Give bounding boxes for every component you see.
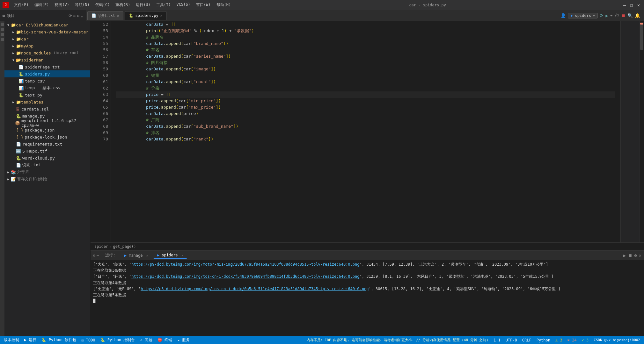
tree-item-requirements-txt[interactable]: 📄 requirements.txt — [4, 140, 90, 147]
code-editor[interactable]: 52 53 54 55 56 57 58 59 60 61 62 63 64 6… — [91, 21, 644, 242]
menu-run[interactable]: 运行(U) — [133, 2, 153, 8]
manage-tab-close[interactable]: ✕ — [146, 254, 148, 257]
bottom-collapse-btn[interactable]: × — [639, 253, 641, 258]
json-icon-package: { } — [16, 128, 23, 133]
status-todo[interactable]: ☑ TODO — [81, 338, 95, 342]
status-memory-warning[interactable]: 内存不足: IDE 内存不足, 这可能会影响性能. 请考虑增加更大小. // 分… — [307, 338, 488, 342]
tree-item-big-screen[interactable]: ▶ 📁 big-screen-vue-datav-master — [4, 28, 90, 35]
code-content[interactable]: carData = [] print("正在爬取第%d" % (index + … — [111, 21, 620, 242]
tree-item-spiderman[interactable]: ▼ 📂 spiderMan — [4, 56, 90, 63]
settings-icon[interactable]: ⚙ — [77, 13, 79, 18]
tree-item-text-py[interactable]: 🐍 text.py — [4, 91, 90, 98]
activity-bar-icon-2[interactable] — [1, 28, 4, 31]
notifications-button[interactable]: 🔔 — [635, 13, 640, 18]
activity-bar-icon-3[interactable] — [1, 33, 4, 36]
tree-item-spiderpage[interactable]: 📄 spiderPage.txt — [4, 63, 90, 70]
breadcrumb-get-page[interactable]: get_page() — [113, 244, 136, 249]
coverage-button[interactable]: ☂ — [610, 13, 613, 18]
maximize-button[interactable]: ❐ — [629, 2, 634, 8]
tree-item-templates[interactable]: ▶ 📁 templates — [4, 98, 90, 105]
tree-item-car-root[interactable]: ▼ 📁 car E:\01zhuomian\car — [4, 21, 90, 28]
bottom-tab-run-label: 运行: — [101, 252, 119, 259]
menu-vcs[interactable]: VCS(S) — [174, 2, 193, 8]
status-language[interactable]: Python — [537, 338, 550, 342]
bottom-collapse-icon[interactable]: — — [97, 253, 99, 258]
profile-button[interactable]: ⏱ — [615, 13, 619, 18]
status-warnings: ⚠ 3 — [555, 338, 562, 342]
bottom-run-btn[interactable]: ▶ — [623, 253, 626, 258]
menu-nav[interactable]: 导航(N) — [72, 2, 92, 8]
tree-item-外部库[interactable]: ▶ 📚 外部库 — [4, 168, 90, 176]
user-icon[interactable]: 👤 — [560, 13, 566, 18]
window-title: car - spiders.py — [236, 3, 619, 7]
window-controls[interactable]: — ❐ ✕ — [622, 2, 641, 8]
status-problems[interactable]: ⚠ 问题 — [140, 337, 152, 343]
menu-view[interactable]: 视图(V) — [52, 2, 72, 8]
tab-close-説明txt[interactable]: ✕ — [117, 14, 119, 18]
status-line-sep[interactable]: CRLF — [522, 338, 531, 342]
collapse-icon[interactable]: ≡ — [73, 13, 76, 18]
menu-code[interactable]: 代码(C) — [93, 2, 113, 8]
status-python-console[interactable]: 🐍 Python 控制台 — [100, 337, 135, 343]
tree-item-node-modules[interactable]: ▶ 📁 node_modules library root — [4, 49, 90, 56]
menu-help[interactable]: 帮助(H) — [214, 2, 234, 8]
status-version-control[interactable]: 版本控制 — [4, 337, 19, 343]
link-1[interactable]: https://p9-dcd.byteimg.com/img/motor-mis… — [131, 262, 359, 267]
minimize-button[interactable]: — — [622, 2, 627, 8]
status-run[interactable]: ▶ 运行 — [24, 337, 36, 343]
txt-icon-requirements: 📄 — [16, 142, 21, 147]
tree-label-spiders-py: spiders.py — [25, 72, 50, 76]
status-encoding[interactable]: UTF-8 — [506, 338, 517, 342]
sync-icon[interactable]: ⟳ — [69, 13, 72, 18]
menu-window[interactable]: 窗口(W) — [194, 2, 213, 8]
tab-説明txt[interactable]: 📄 说明.txt ✕ — [87, 11, 123, 20]
scroll-thumb[interactable] — [640, 25, 643, 50]
tree-item-spiders-py[interactable]: 🐍 spiders.py — [4, 70, 90, 77]
link-2[interactable]: https://p3-dcd.byteimg.com/img/tos-cn-i-… — [131, 274, 359, 279]
spiders-tab-label: spiders — [162, 253, 178, 257]
breadcrumb-spider[interactable]: spider — [94, 244, 108, 249]
menu-file[interactable]: 文件(F) — [11, 2, 31, 8]
activity-bar-icon-4[interactable] — [1, 38, 4, 41]
tree-item-temp-csv[interactable]: 📊 temp.csv — [4, 77, 90, 84]
link-3[interactable]: https://p3-dcd.byteimg.com/img/tos-cn-i-… — [141, 287, 369, 291]
tree-item-car-folder[interactable]: ▶ 📁 car — [4, 35, 90, 42]
run-button[interactable]: ⟳ — [600, 13, 604, 18]
scrollbar-gutter — [640, 21, 644, 242]
tab-close-spiders-py[interactable]: ✕ — [160, 14, 163, 18]
tree-item-sthupo[interactable]: 🔤 STHupo.ttf — [4, 147, 90, 154]
activity-bar-icon-1[interactable] — [1, 23, 4, 26]
menu-tools[interactable]: 工具(T) — [154, 2, 173, 8]
tree-label-package-json: package.json — [25, 128, 55, 133]
bottom-stop-btn[interactable]: ⏹ — [628, 253, 632, 258]
tree-item-mysqlclient[interactable]: 📦 mysqlclient-1.4.6-cp37-cp37m-w — [4, 119, 90, 126]
close-button[interactable]: ✕ — [636, 2, 641, 8]
tab-spiders-py[interactable]: 🐍 spiders.py ✕ — [125, 11, 167, 20]
terminal-output: ['大众', '朗逸', 'https://p9-dcd.byteimg.com… — [91, 260, 644, 336]
status-python-packages[interactable]: 🐍 Python 软件包 — [41, 337, 76, 343]
menu-refactor[interactable]: 重构(R) — [113, 2, 133, 8]
spiders-tab-close[interactable]: ✕ — [181, 254, 183, 257]
menu-bar[interactable]: 文件(F) 编辑(E) 视图(V) 导航(N) 代码(C) 重构(R) 运行(U… — [11, 2, 233, 8]
tree-item-package-lock-json[interactable]: { } package-lock.json — [4, 133, 90, 140]
tree-item-temp-copy[interactable]: 📊 temp - 副本.csv — [4, 84, 90, 91]
debug-run-button[interactable]: ▶ — [605, 13, 608, 18]
status-terminal[interactable]: ⛔ 终端 — [157, 337, 172, 343]
status-services[interactable]: ☁ 服务 — [177, 337, 189, 343]
menu-edit[interactable]: 编辑(E) — [32, 2, 52, 8]
bottom-tab-spiders[interactable]: ▶ spiders ✕ — [153, 252, 187, 259]
stop-button[interactable]: ⏹ — [621, 13, 626, 18]
json-icon-package-lock: { } — [16, 135, 23, 140]
tree-item-说明txt[interactable]: 📄 说明.txt — [4, 161, 90, 168]
search-everywhere-button[interactable]: 🔍 — [627, 13, 633, 18]
tree-item-word-cloud[interactable]: 🐍 word-cloud.py — [4, 154, 90, 161]
tree-item-myapp[interactable]: ▶ 📁 myApp — [4, 42, 90, 49]
bottom-settings-icon[interactable]: ⚙ — [93, 253, 95, 258]
tree-item-cardata-sql[interactable]: 🗄 cardata.sql — [4, 105, 90, 112]
tree-item-scratches[interactable]: ▶ 📝 暂存文件和控制台 — [4, 176, 90, 183]
chevron-icon[interactable]: ⌄ — [81, 13, 83, 18]
run-config-selector[interactable]: ▶ spiders ▼ — [568, 13, 598, 18]
bottom-settings-btn[interactable]: ⚙ — [634, 253, 637, 258]
bottom-tab-manage[interactable]: ▶ manage ✕ — [121, 253, 152, 258]
output-line-1: ['大众', '朗逸', 'https://p9-dcd.byteimg.com… — [93, 262, 641, 268]
